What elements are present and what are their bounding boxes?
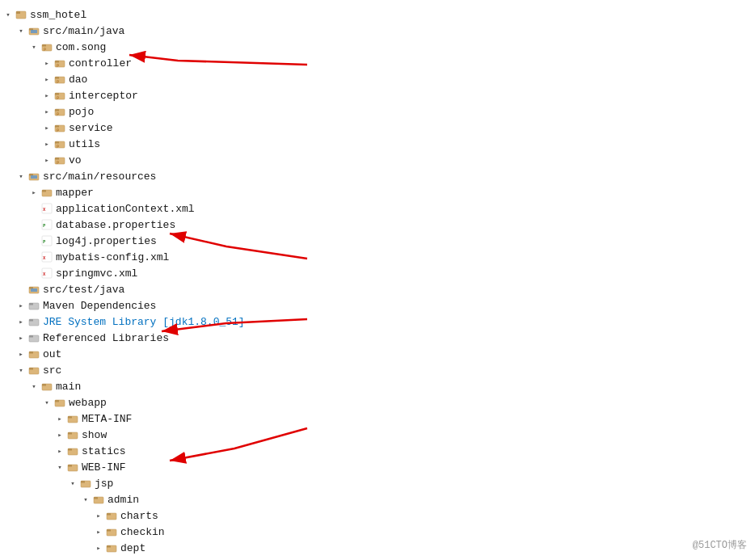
svg-text:p: p bbox=[57, 78, 59, 84]
collapse-icon[interactable]: ▾ bbox=[16, 366, 26, 375]
expand-icon[interactable]: ▸ bbox=[16, 334, 26, 343]
tree-item-label: src/main/java bbox=[43, 25, 124, 37]
svg-text:p: p bbox=[57, 143, 59, 149]
collapse-icon[interactable]: ▾ bbox=[55, 463, 65, 472]
tree-item-interceptor[interactable]: ▸ p interceptor bbox=[0, 87, 340, 103]
expand-icon[interactable]: ▸ bbox=[94, 512, 103, 520]
tree-item-maven-deps[interactable]: ▸ Maven Dependencies bbox=[0, 297, 340, 314]
tree-item-label: pojo bbox=[69, 106, 94, 118]
expand-icon[interactable]: ▸ bbox=[16, 350, 26, 359]
expand-icon[interactable]: ▸ bbox=[94, 528, 103, 537]
svg-text:p: p bbox=[57, 62, 59, 68]
expand-icon[interactable]: ▸ bbox=[42, 91, 52, 100]
tree-item-label: interceptor bbox=[69, 90, 138, 102]
tree-item-log4j-properties[interactable]: P log4j.properties bbox=[0, 233, 340, 249]
tree-item-label: jsp bbox=[95, 478, 113, 490]
svg-rect-68 bbox=[68, 465, 72, 467]
tree-item-charts[interactable]: ▸ charts bbox=[0, 507, 340, 524]
tree-item-meta-inf[interactable]: ▸ META-INF bbox=[0, 411, 340, 427]
expand-icon[interactable]: ▸ bbox=[42, 75, 52, 84]
expand-icon[interactable]: ▸ bbox=[42, 140, 52, 149]
tree-item-service[interactable]: ▸ p service bbox=[0, 120, 340, 136]
tree-item-web-inf[interactable]: ▾ WEB-INF bbox=[0, 459, 340, 475]
collapse-icon[interactable]: ▾ bbox=[29, 382, 39, 391]
tree-item-label: applicationContext.xml bbox=[56, 203, 195, 215]
tree-item-dept[interactable]: ▸ dept bbox=[0, 540, 340, 556]
tree-item-label: ssm_hotel bbox=[30, 9, 86, 21]
tree-item-admin[interactable]: ▾ admin bbox=[0, 491, 340, 507]
tree-item-jsp[interactable]: ▾ jsp bbox=[0, 475, 340, 491]
svg-rect-31 bbox=[31, 175, 37, 179]
tree-item-mybatis-config[interactable]: X mybatis-config.xml bbox=[0, 249, 340, 265]
tree-item-springmvc-xml[interactable]: X springmvc.xml bbox=[0, 265, 340, 281]
collapse-icon[interactable]: ▾ bbox=[29, 43, 39, 52]
tree-item-main[interactable]: ▾ main bbox=[0, 378, 340, 394]
svg-text:p: p bbox=[57, 159, 59, 165]
tree-item-src-main-java[interactable]: ▾ src/main/java bbox=[0, 23, 340, 39]
tree-item-label: src bbox=[43, 364, 61, 377]
svg-rect-78 bbox=[107, 545, 111, 548]
svg-rect-62 bbox=[68, 416, 72, 419]
svg-rect-50 bbox=[29, 319, 33, 322]
tree-item-label: main bbox=[56, 381, 81, 393]
tree-item-src[interactable]: ▾ src bbox=[0, 362, 340, 378]
tree-item-label: WEB-INF bbox=[82, 461, 126, 474]
tree-item-src-test-java[interactable]: src/test/java bbox=[0, 281, 340, 297]
expand-icon[interactable]: ▸ bbox=[55, 447, 65, 456]
tree-item-jre-system[interactable]: ▸ JRE System Library [jdk1.8.0_51] bbox=[0, 314, 340, 330]
tree-item-controller[interactable]: ▸ p controller bbox=[0, 55, 340, 71]
tree-item-label: service bbox=[69, 122, 113, 134]
svg-rect-60 bbox=[55, 400, 59, 402]
tree-item-webapp[interactable]: ▾ webapp bbox=[0, 394, 340, 411]
collapse-icon[interactable]: ▾ bbox=[16, 172, 26, 181]
collapse-icon[interactable]: ▾ bbox=[81, 495, 91, 504]
tree-item-label: JRE System Library [jdk1.8.0_51] bbox=[43, 316, 245, 328]
collapse-icon[interactable]: ▾ bbox=[3, 11, 13, 19]
tree-item-checkin[interactable]: ▸ checkin bbox=[0, 524, 340, 540]
tree-item-src-main-resources[interactable]: ▾ src/main/resources bbox=[0, 168, 340, 184]
collapse-icon[interactable]: ▾ bbox=[42, 398, 52, 407]
tree-item-root[interactable]: ▾ ssm_hotel bbox=[0, 6, 340, 23]
tree-item-label: log4j.properties bbox=[56, 235, 157, 247]
tree-item-label: com.song bbox=[56, 41, 106, 53]
tree-item-label: META-INF bbox=[82, 413, 132, 425]
tree-item-com-song[interactable]: ▾ p com.song bbox=[0, 39, 340, 55]
tree-item-vo[interactable]: ▸ p vo bbox=[0, 152, 340, 168]
expand-icon[interactable]: ▸ bbox=[16, 318, 26, 326]
expand-icon[interactable]: ▸ bbox=[16, 301, 26, 310]
tree-item-mapper[interactable]: ▸ mapper bbox=[0, 184, 340, 200]
svg-rect-48 bbox=[29, 303, 33, 305]
tree-item-label: Maven Dependencies bbox=[43, 300, 156, 312]
tree-item-label: vo bbox=[69, 154, 82, 166]
expand-icon[interactable]: ▸ bbox=[42, 156, 52, 165]
tree-item-pojo[interactable]: ▸ p pojo bbox=[0, 103, 340, 120]
tree-item-label: springmvc.xml bbox=[56, 267, 137, 280]
tree-item-label: src/main/resources bbox=[43, 171, 156, 183]
expand-icon[interactable]: ▸ bbox=[55, 415, 65, 423]
tree-item-database-properties[interactable]: P database.properties bbox=[0, 217, 340, 233]
svg-rect-66 bbox=[68, 448, 72, 451]
svg-rect-46 bbox=[31, 288, 37, 292]
expand-icon[interactable]: ▸ bbox=[42, 107, 52, 116]
expand-icon[interactable]: ▸ bbox=[42, 124, 52, 133]
tree-item-referenced-libs[interactable]: ▸ Referenced Libraries bbox=[0, 330, 340, 346]
expand-icon[interactable]: ▸ bbox=[55, 431, 65, 440]
tree-item-label: show bbox=[82, 429, 107, 441]
svg-text:p: p bbox=[57, 95, 59, 100]
tree-item-label: controller bbox=[69, 57, 132, 69]
tree-item-label: webapp bbox=[69, 397, 107, 409]
collapse-icon[interactable]: ▾ bbox=[16, 27, 26, 36]
tree-item-utils[interactable]: ▸ p utils bbox=[0, 136, 340, 152]
expand-icon[interactable]: ▸ bbox=[42, 59, 52, 68]
tree-item-employee[interactable]: ▸ employee bbox=[0, 556, 340, 560]
expand-icon[interactable]: ▸ bbox=[29, 188, 39, 197]
collapse-icon[interactable]: ▾ bbox=[68, 479, 78, 488]
expand-icon[interactable]: ▸ bbox=[94, 544, 103, 553]
tree-item-statics[interactable]: ▸ statics bbox=[0, 443, 340, 459]
tree-item-label: src/test/java bbox=[43, 284, 124, 296]
tree-item-dao[interactable]: ▸ p dao bbox=[0, 71, 340, 87]
tree-item-applicationContext[interactable]: X applicationContext.xml bbox=[0, 200, 340, 217]
tree-item-show[interactable]: ▸ show bbox=[0, 427, 340, 443]
svg-rect-74 bbox=[107, 513, 111, 516]
tree-item-out[interactable]: ▸ out bbox=[0, 346, 340, 362]
